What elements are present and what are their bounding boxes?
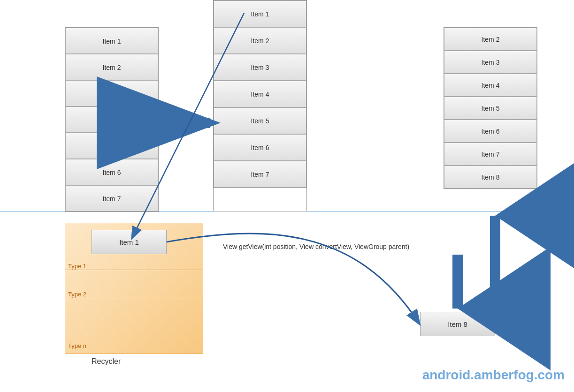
list-item: Item 6 (214, 134, 306, 161)
recycler-typen-label: Type n (68, 342, 86, 349)
item8-box: Item 8 (420, 312, 495, 336)
list-item: Item 2 (214, 27, 306, 54)
list-item: Item 7 (65, 185, 158, 211)
getview-text: View getView(int position, View convertV… (223, 243, 409, 250)
list-item: Item 4 (214, 81, 306, 107)
list-item: Item 2 (65, 54, 158, 80)
list-item: Item 8 (444, 166, 537, 188)
middle-list: Item 1 Item 2 Item 3 Item 4 Item 5 Item … (213, 0, 307, 211)
list-item: Item 6 (65, 159, 158, 185)
list-item: Item 5 (444, 97, 537, 120)
list-item: Item 3 (214, 54, 306, 81)
list-item: Item 2 (444, 28, 537, 51)
list-item: Item 4 (444, 74, 537, 97)
list-item: Item 3 (444, 51, 537, 74)
list-item: Item 5 (214, 107, 306, 134)
recycler-divider-1 (65, 270, 203, 270)
brand-label: android.amberfog.com (422, 368, 565, 383)
list-item: Item 5 (65, 133, 158, 159)
recycler-divider-2 (65, 298, 203, 298)
list-item: Item 6 (444, 120, 537, 143)
recycler-type2-label: Type 2 (68, 291, 86, 298)
list-item: Item 3 (65, 80, 158, 106)
list-item: Item 7 (214, 161, 306, 188)
recycler-type1-label: Type 1 (68, 263, 86, 270)
recycler-title: Recycler (92, 357, 121, 366)
list-item: Item 1 (214, 0, 306, 27)
item1-box: Item 1 (92, 230, 167, 254)
list-item: Item 4 (65, 106, 158, 133)
right-list: Item 2 Item 3 Item 4 Item 5 Item 6 Item … (444, 27, 537, 189)
left-list: Item 1 Item 2 Item 3 Item 4 Item 5 Item … (65, 27, 159, 212)
list-item: Item 7 (444, 143, 537, 166)
list-item: Item 1 (65, 28, 158, 54)
